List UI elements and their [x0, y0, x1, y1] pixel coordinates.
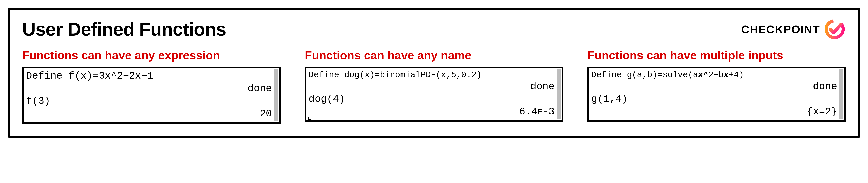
subtitle-name: Functions can have any name [305, 48, 563, 62]
column-expression: Functions can have any expression Define… [22, 48, 281, 123]
column-multiple-inputs: Functions can have multiple inputs Defin… [587, 48, 846, 121]
checkpoint-badge: CHECKPOINT [741, 18, 846, 40]
cursor-marker [308, 117, 311, 120]
calc-input-line: g(1,4) [591, 93, 837, 106]
seg: ^2−b [703, 70, 724, 80]
column-name: Functions can have any name Define dog(x… [305, 48, 563, 121]
calc-screen-name: Define dog(x)=binomialPDF(x,5,0.2) done … [305, 67, 563, 121]
calc-input-line: Define dog(x)=binomialPDF(x,5,0.2) [309, 70, 555, 80]
seg: Define g(a,b)=solve(a [591, 70, 698, 80]
seg: +4) [729, 70, 744, 80]
calc-input-line: Define g(a,b)=solve(ax^2−bx+4) [591, 70, 837, 80]
calc-input-line: Define f(x)=3x^2−2x−1 [26, 70, 272, 82]
subtitle-multiple: Functions can have multiple inputs [587, 48, 846, 62]
calc-result: {x=2} [591, 106, 837, 118]
calc-result: 20 [26, 108, 272, 120]
calc-screen-expression: Define f(x)=3x^2−2x−1 done f(3) 20 [22, 67, 281, 123]
calc-result: 6.4ᴇ-3 [309, 106, 555, 118]
page-title: User Defined Functions [22, 19, 226, 40]
calc-status: done [591, 80, 837, 93]
calc-input-line: f(3) [26, 95, 272, 108]
calc-status: done [26, 82, 272, 95]
calc-status: done [309, 80, 555, 93]
var-x-icon: x [723, 70, 728, 80]
checkpoint-label: CHECKPOINT [741, 23, 820, 36]
columns-row: Functions can have any expression Define… [22, 48, 846, 123]
calc-screen-multiple: Define g(a,b)=solve(ax^2−bx+4) done g(1,… [587, 67, 846, 121]
content-frame: User Defined Functions CHECKPOINT [8, 8, 860, 138]
subtitle-expression: Functions can have any expression [22, 48, 281, 62]
var-x-icon: x [698, 70, 703, 80]
calc-input-line: dog(4) [309, 93, 555, 106]
checkpoint-icon [824, 18, 846, 40]
header-row: User Defined Functions CHECKPOINT [22, 18, 846, 40]
